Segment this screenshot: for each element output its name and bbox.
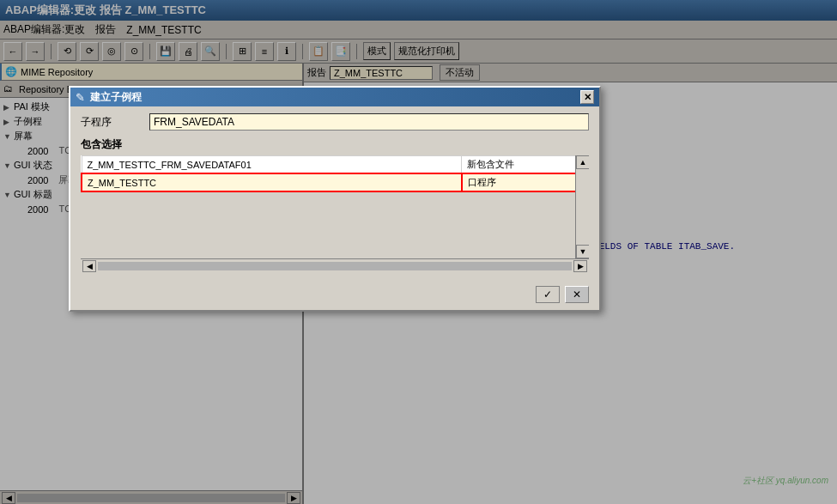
package-name-0: Z_MM_TESTTC_FRM_SAVEDATAF01 — [82, 156, 462, 174]
subroutine-input[interactable] — [149, 113, 589, 131]
cancel-icon: ✕ — [573, 288, 581, 301]
dialog-overlay: ✎ 建立子例程 ✕ 子程序 包含选择 Z_MM_TESTTC_FRM_SAVED… — [0, 0, 837, 504]
package-type-0: 新包含文件 — [462, 156, 588, 174]
dialog-close-btn[interactable]: ✕ — [580, 90, 594, 104]
dialog-create-subroutine: ✎ 建立子例程 ✕ 子程序 包含选择 Z_MM_TESTTC_FRM_SAVED… — [69, 86, 601, 312]
package-table-wrapper: Z_MM_TESTTC_FRM_SAVEDATAF01新包含文件Z_MM_TES… — [81, 155, 589, 258]
package-type-1: 口程序 — [462, 173, 588, 191]
package-row-0[interactable]: Z_MM_TESTTC_FRM_SAVEDATAF01新包含文件 — [82, 156, 588, 174]
package-section-label: 包含选择 — [81, 137, 589, 152]
dialog-titlebar: ✎ 建立子例程 ✕ — [70, 88, 599, 106]
dialog-footer: ✓ ✕ — [70, 282, 599, 310]
package-row-1[interactable]: Z_MM_TESTTC口程序 — [82, 173, 588, 191]
scroll-up-btn[interactable]: ▲ — [576, 155, 589, 169]
cancel-button[interactable]: ✕ — [565, 286, 589, 303]
dlg-scroll-left[interactable]: ◀ — [82, 260, 96, 272]
dialog-body: 子程序 包含选择 Z_MM_TESTTC_FRM_SAVEDATAF01新包含文… — [70, 106, 599, 282]
dlg-scroll-right[interactable]: ▶ — [573, 260, 587, 272]
ok-icon: ✓ — [543, 288, 552, 301]
package-table-inner: Z_MM_TESTTC_FRM_SAVEDATAF01新包含文件Z_MM_TES… — [81, 155, 589, 258]
ok-button[interactable]: ✓ — [536, 286, 560, 303]
package-table: Z_MM_TESTTC_FRM_SAVEDATAF01新包含文件Z_MM_TES… — [81, 155, 589, 192]
scroll-arrows: ▲ ▼ — [575, 155, 589, 258]
dialog-hscroll: ◀ ▶ — [81, 258, 589, 272]
subroutine-row: 子程序 — [81, 113, 589, 131]
subroutine-label: 子程序 — [81, 115, 149, 130]
dlg-scroll-track — [98, 262, 572, 270]
scroll-down-btn[interactable]: ▼ — [576, 245, 589, 258]
dialog-title: 建立子例程 — [90, 90, 142, 105]
package-name-1: Z_MM_TESTTC — [82, 173, 462, 191]
package-table-body: Z_MM_TESTTC_FRM_SAVEDATAF01新包含文件Z_MM_TES… — [82, 156, 588, 192]
watermark: 云+社区 yq.aliyun.com — [743, 475, 828, 487]
